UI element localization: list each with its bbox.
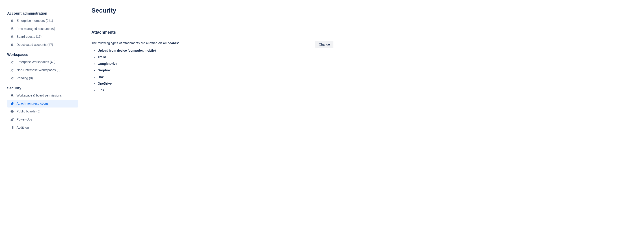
attachments-intro-prefix: The following types of attachments are [92,41,146,45]
sidebar-item-label: Pending (0) [16,76,33,81]
attachment-list-item: OneDrive [98,80,310,87]
lock-icon [10,94,14,97]
person-icon [10,43,14,47]
svg-point-4 [11,61,12,62]
attachments-intro-strong: allowed on all boards: [146,41,179,45]
svg-point-1 [12,28,12,29]
person-icon [10,35,14,39]
sidebar-item-label: Free managed accounts (0) [16,27,55,31]
list-icon [10,126,14,129]
sidebar-item-free-managed-accounts[interactable]: Free managed accounts (0) [7,25,78,33]
attachments-intro: The following types of attachments are a… [92,41,310,46]
sidebar-item-label: Power-Ups [16,117,32,122]
attachment-list-item: Link [98,87,310,93]
sidebar-item-label: Non-Enterprise Workspaces (0) [16,68,60,73]
sidebar-section-security: Security [0,85,80,92]
attachment-icon [10,102,14,105]
sidebar-item-enterprise-workspaces[interactable]: Enterprise Workspaces (40) [7,58,78,66]
sidebar-item-label: Workspace & board permissions [16,93,62,98]
svg-point-9 [12,77,13,78]
person-icon [10,27,14,31]
svg-point-6 [11,69,12,70]
sidebar-item-label: Audit log [16,125,29,130]
person-icon [10,19,14,23]
sidebar-section-workspaces: Workspaces [0,51,80,58]
svg-point-5 [12,62,13,62]
svg-point-3 [12,44,12,45]
attachment-list-item: Google Drive [98,61,310,67]
sidebar-item-label: Board guests (15) [16,35,42,39]
sidebar-item-attachment-restrictions[interactable]: Attachment restrictions [7,100,78,108]
svg-point-8 [11,77,12,78]
attachment-list-item: Trello [98,54,310,60]
sidebar-item-enterprise-members[interactable]: Enterprise members (241) [7,17,78,25]
sidebar-item-public-boards[interactable]: Public boards (0) [7,108,78,116]
sidebar-item-label: Enterprise members (241) [16,19,53,23]
sidebar-item-board-guests[interactable]: Board guests (15) [7,33,78,41]
attachment-list-item: Dropbox [98,67,310,74]
sidebar-item-workspace-board-permissions[interactable]: Workspace & board permissions [7,92,78,100]
sidebar-item-label: Enterprise Workspaces (40) [16,60,55,64]
svg-point-7 [12,69,13,70]
attachments-section: Attachments The following types of attac… [92,30,334,94]
sidebar-item-audit-log[interactable]: Audit log [7,124,78,132]
sidebar-section-account-admin: Account administration [0,10,80,17]
attachment-list-item: Box [98,74,310,80]
sidebar: Account administration Enterprise member… [0,0,80,237]
attachment-list: Upload from device (computer, mobile) Tr… [92,47,310,94]
svg-point-0 [12,20,12,21]
sidebar-item-label: Attachment restrictions [16,101,48,106]
page-title: Security [92,7,334,19]
sidebar-item-non-enterprise-workspaces[interactable]: Non-Enterprise Workspaces (0) [7,66,78,74]
attachment-list-item: Upload from device (computer, mobile) [98,47,310,54]
people-icon [10,60,14,64]
globe-icon [10,110,14,113]
svg-rect-10 [11,95,13,97]
sidebar-item-deactivated-accounts[interactable]: Deactivated accounts (47) [7,41,78,49]
change-button[interactable]: Change [315,41,334,48]
people-icon [10,69,14,72]
svg-point-2 [12,36,12,37]
sidebar-item-power-ups[interactable]: Power-Ups [7,116,78,124]
sidebar-item-label: Deactivated accounts (47) [16,43,53,47]
sidebar-item-label: Public boards (0) [16,109,40,114]
attachments-section-title: Attachments [92,30,334,37]
main-content: Security Attachments The following types… [80,0,345,237]
sidebar-item-pending[interactable]: Pending (0) [7,74,78,82]
rocket-icon [10,118,14,121]
people-icon [10,76,14,80]
